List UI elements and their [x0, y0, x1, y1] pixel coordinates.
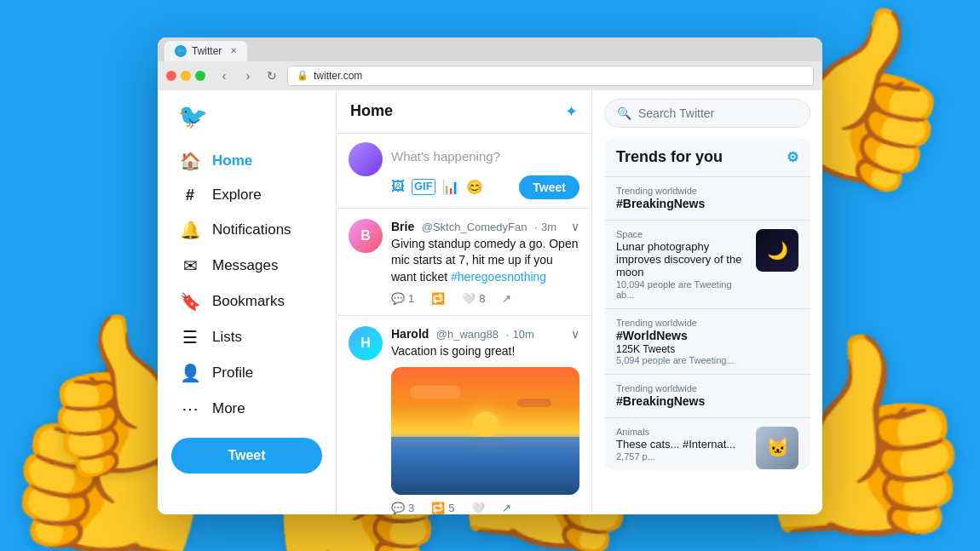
trend-item-4[interactable]: Trending worldwide #BreakingNews	[604, 374, 810, 417]
right-sidebar: 🔍 Search Twitter Trends for you ⚙ Trendi…	[592, 90, 822, 514]
search-icon: 🔍	[617, 106, 631, 120]
sidebar-item-label-notifications: Notifications	[212, 221, 291, 238]
trend-item-3[interactable]: Trending worldwide #WorldNews 125K Tweet…	[604, 308, 810, 374]
sidebar-item-label-profile: Profile	[212, 364, 253, 382]
sidebar-item-label-messages: Messages	[212, 257, 278, 274]
tweet-1-text: Giving standup comedy a go. Open mic sta…	[391, 236, 579, 286]
tweet-1-retweet[interactable]: 🔁	[431, 292, 445, 305]
tweet-1-share[interactable]: ↗	[502, 292, 511, 305]
sidebar-item-label-lists: Lists	[212, 329, 242, 346]
tab-close-button[interactable]: ✕	[230, 46, 237, 55]
sidebar-item-explore[interactable]: # Explore	[171, 180, 322, 211]
tab-label: Twitter	[192, 45, 222, 57]
sidebar-item-profile[interactable]: 👤 Profile	[171, 356, 322, 390]
image-icon[interactable]: 🖼	[391, 179, 405, 195]
sidebar-item-label-home: Home	[212, 152, 252, 169]
browser-tab-bar: 🐦 Twitter ✕	[158, 37, 822, 61]
forward-button[interactable]: ›	[239, 67, 257, 84]
sidebar-item-more[interactable]: ⋯ More	[171, 392, 322, 426]
compose-right: What's happening? 🖼 GIF 📊 😊 Tweet	[391, 142, 579, 199]
tweet-2-avatar: H	[349, 326, 383, 360]
trends-title: Trends for you	[616, 148, 723, 166]
tweet-button[interactable]: Tweet	[171, 438, 322, 474]
trend-item-2[interactable]: Space Lunar photography improves discove…	[604, 220, 810, 308]
compose-tweet-button[interactable]: Tweet	[519, 175, 579, 199]
feed-header: Home ✦	[337, 90, 591, 134]
trends-header: Trends for you ⚙	[604, 138, 810, 176]
lock-icon: 🔒	[297, 70, 308, 81]
url-text: twitter.com	[314, 70, 362, 82]
tweet-1-body: Brie @Sktch_ComedyFan · 3m ∨ Giving stan…	[391, 219, 579, 306]
trend-item-1[interactable]: Trending worldwide #BreakingNews	[604, 176, 810, 220]
trend-2-count: 10,094 people are Tweeting ab...	[616, 279, 747, 300]
search-bar[interactable]: 🔍 Search Twitter	[604, 99, 810, 128]
list-icon: ☰	[180, 327, 200, 347]
tweet-2-like[interactable]: 🤍	[471, 502, 485, 514]
sidebar-item-lists[interactable]: ☰ Lists	[171, 320, 322, 354]
tweet-1-handle: @Sktch_ComedyFan	[422, 221, 527, 233]
tweet-2: H Harold @h_wang88 · 10m ∨ Vacation is g…	[337, 316, 591, 514]
tweet-1-actions: 💬 1 🔁 🤍 8 ↗	[391, 292, 579, 305]
trend-3-count: 5,094 people are Tweeting...	[616, 355, 798, 365]
compose-box: What's happening? 🖼 GIF 📊 😊 Tweet	[337, 134, 591, 209]
gif-icon[interactable]: GIF	[412, 179, 435, 195]
gear-icon[interactable]: ⚙	[787, 149, 798, 165]
poll-icon[interactable]: 📊	[442, 179, 459, 195]
sidebar-item-notifications[interactable]: 🔔 Notifications	[171, 213, 322, 247]
tweet-1-time: ·	[534, 221, 538, 233]
refresh-button[interactable]: ↻	[263, 67, 280, 84]
trend-item-5[interactable]: Animals These cats... #Internat... 2,757…	[604, 417, 810, 470]
trend-5-category: Animals	[616, 427, 747, 437]
tweet-2-body: Harold @h_wang88 · 10m ∨ Vacation is goi…	[391, 326, 579, 514]
compose-actions: 🖼 GIF 📊 😊 Tweet	[391, 175, 579, 199]
minimize-button[interactable]	[181, 71, 191, 81]
tweet-1-link[interactable]: #heregoesnothing	[451, 270, 546, 284]
water	[391, 437, 579, 495]
close-button[interactable]	[166, 71, 176, 81]
sidebar-item-label-more: More	[212, 400, 245, 417]
search-placeholder: Search Twitter	[638, 106, 714, 120]
tweet-1-like[interactable]: 🤍 8	[462, 292, 485, 305]
tweet-2-text: Vacation is going great!	[391, 343, 579, 360]
twitter-logo[interactable]: 🐦	[171, 99, 322, 134]
tweet-2-timestamp: 10m	[513, 328, 534, 341]
trend-5-count: 2,757 p...	[616, 451, 747, 462]
trend-5-image: 🐱	[756, 427, 798, 469]
sidebar-item-label-bookmarks: Bookmarks	[212, 293, 285, 310]
compose-input[interactable]: What's happening?	[391, 142, 579, 170]
tweet-1-meta: Brie @Sktch_ComedyFan · 3m	[391, 219, 556, 234]
tab-favicon: 🐦	[175, 45, 187, 57]
tweet-1-more-icon[interactable]: ∨	[571, 220, 579, 233]
user-avatar	[349, 142, 383, 176]
envelope-icon: ✉	[180, 255, 200, 276]
maximize-button[interactable]	[195, 71, 205, 81]
trend-4-hashtag: #BreakingNews	[616, 394, 798, 408]
tweet-2-more-icon[interactable]: ∨	[571, 327, 579, 341]
sidebar-item-home[interactable]: 🏠 Home	[171, 144, 322, 178]
feed-title: Home	[350, 102, 393, 120]
address-bar[interactable]: 🔒 twitter.com	[287, 66, 814, 86]
tweet-2-retweet[interactable]: 🔁 5	[431, 502, 454, 514]
tweet-2-reply[interactable]: 💬 3	[391, 502, 414, 514]
tweet-2-dot: ·	[505, 328, 509, 341]
trend-2-text: Lunar photography improves discovery of …	[616, 240, 747, 278]
main-feed: Home ✦ What's happening? 🖼 GIF	[337, 90, 592, 514]
tweet-2-share[interactable]: ↗	[502, 502, 511, 514]
back-button[interactable]: ‹	[216, 67, 233, 84]
sparkle-icon[interactable]: ✦	[565, 102, 578, 121]
emoji-icon[interactable]: 😊	[466, 179, 483, 195]
bell-icon: 🔔	[180, 220, 200, 240]
tweet-1-reply[interactable]: 💬 1	[391, 292, 414, 305]
compose-placeholder: What's happening?	[391, 149, 500, 164]
tweet-1-header: Brie @Sktch_ComedyFan · 3m ∨	[391, 219, 579, 234]
trend-3-category: Trending worldwide	[616, 318, 798, 328]
tweet-2-author: Harold	[391, 327, 429, 341]
trend-5-text: These cats... #Internat...	[616, 438, 747, 451]
sidebar: 🐦 🏠 Home # Explore 🔔 Notifications ✉ Mes…	[158, 90, 337, 514]
browser-tab[interactable]: 🐦 Twitter ✕	[164, 41, 247, 61]
sidebar-item-bookmarks[interactable]: 🔖 Bookmarks	[171, 284, 322, 319]
tweet-2-handle: @h_wang88	[436, 328, 499, 341]
browser-content: 🐦 🏠 Home # Explore 🔔 Notifications ✉ Mes…	[158, 90, 822, 514]
trend-1-hashtag: #BreakingNews	[616, 197, 798, 210]
sidebar-item-messages[interactable]: ✉ Messages	[171, 249, 322, 283]
